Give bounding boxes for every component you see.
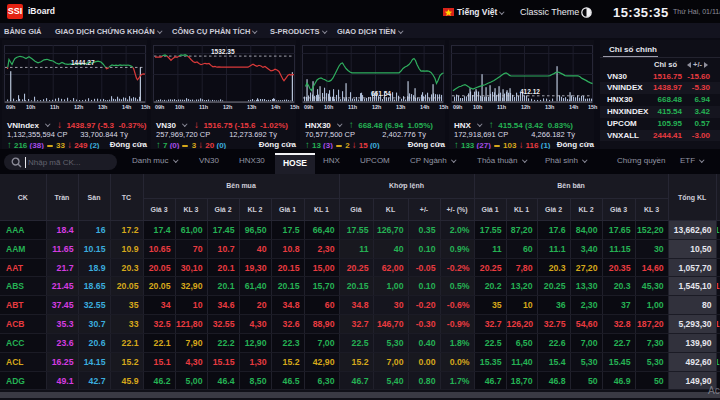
svg-text:412.12: 412.12 (520, 88, 540, 95)
svg-text:1444.27: 1444.27 (71, 59, 95, 66)
svg-text:1532.35: 1532.35 (211, 48, 235, 55)
svg-text:661.54: 661.54 (371, 90, 391, 97)
